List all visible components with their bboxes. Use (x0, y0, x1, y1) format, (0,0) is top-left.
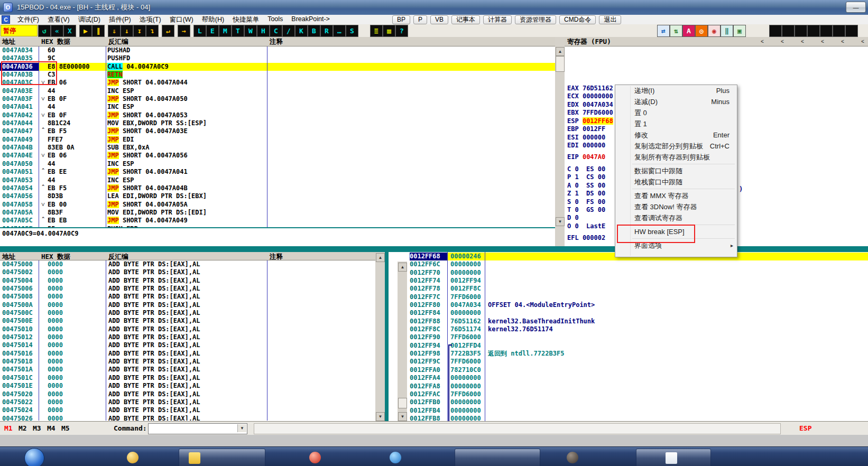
stack-row[interactable]: 0012FF7000000000 (389, 269, 868, 277)
menu-item-文件(F)[interactable]: 文件(F) (13, 15, 43, 24)
view-tab-M4[interactable]: M4 (47, 424, 56, 432)
menu-item-窗口(W)[interactable]: 窗口(W) (165, 15, 198, 24)
collapse-chevron-icon[interactable]: < (796, 38, 809, 45)
toolbar-button-‖[interactable]: ‖ (721, 25, 733, 37)
flag-row[interactable]: C 0 ES 00 (567, 165, 605, 173)
minimize-button[interactable]: — (846, 2, 866, 13)
menu-item-快捷菜单[interactable]: 快捷菜单 (228, 15, 263, 24)
scroll-down-icon[interactable]: ▼ (556, 217, 565, 226)
stack-row[interactable]: 0012FFA0782710C0 (389, 366, 868, 374)
disasm-row[interactable]: 0047A03BC3RETN (0, 71, 555, 79)
stack-row[interactable]: 0012FF780012FF8C (389, 285, 868, 293)
taskbar-icon-gold[interactable] (127, 452, 138, 463)
view-tab-M5[interactable]: M5 (61, 424, 70, 432)
dump-row[interactable]: 004750080000ADD BYTE PTR DS:[EAX],AL (0, 293, 375, 301)
scroll-down-icon[interactable]: ▼ (376, 412, 385, 421)
toolbar-button-◉[interactable]: ◉ (708, 25, 721, 37)
toolbar-button-S[interactable]: S (346, 25, 358, 37)
view-tab-M3[interactable]: M3 (33, 424, 41, 432)
disasm-row[interactable]: 0047A05344INC ESP (0, 176, 555, 184)
stack-row[interactable]: 0012FF800047A034OFFSET 04.<ModuleEntryPo… (389, 301, 868, 309)
dump-row[interactable]: 004750180000ADD BYTE PTR DS:[EAX],AL (0, 358, 375, 366)
toolbar-button-B[interactable]: B (308, 25, 320, 37)
toolbar-button-C[interactable]: C (270, 25, 282, 37)
toolbar-button-⇓[interactable]: ⇓ (108, 25, 121, 37)
plugin-button-计算器[interactable]: 计算器 (483, 15, 512, 24)
collapse-chevron-icon[interactable]: < (816, 38, 829, 45)
stack-row[interactable]: 0012FF987722B3F5返回到 ntdll.7722B3F5 (389, 350, 868, 358)
disasm-row[interactable]: 0047A047ˆEB F5JMP SHORT 04.0047A03E (0, 127, 555, 135)
toolbar-button-↺[interactable]: ↺ (38, 25, 51, 37)
dump-scrollbar[interactable]: ▲ ▼ (375, 252, 385, 421)
dump-row[interactable]: 004750220000ADD BYTE PTR DS:[EAX],AL (0, 398, 375, 406)
disassembly-scrollbar[interactable]: ▲ ▼ (555, 37, 565, 246)
menu-item-插件(P)[interactable]: 插件(P) (105, 15, 135, 24)
disasm-row[interactable]: 0047A04E˅EB 06JMP SHORT 04.0047A056 (0, 152, 555, 160)
toolbar-button-A[interactable]: A (682, 25, 695, 37)
dump-row[interactable]: 004750100000ADD BYTE PTR DS:[EAX],AL (0, 325, 375, 333)
register-row-EBP[interactable]: EBP 0012FF (567, 125, 605, 133)
context-menu-item-置 0[interactable]: 置 0 (615, 107, 737, 118)
toolbar-button-blank[interactable] (782, 25, 795, 37)
toolbar-button-blank[interactable] (845, 25, 858, 37)
disasm-row[interactable]: 0047A051ˆEB EEJMP SHORT 04.0047A041 (0, 168, 555, 176)
start-button[interactable] (24, 448, 44, 466)
menu-item-调试(D)[interactable]: 调试(D) (74, 15, 105, 24)
stack-row[interactable]: 0012FFB000000000 (389, 398, 868, 406)
stack-row[interactable]: 0012FFA400000000 (389, 374, 868, 382)
dump-row[interactable]: 004750120000ADD BYTE PTR DS:[EAX],AL (0, 333, 375, 341)
view-tab-M1[interactable]: M1 (4, 424, 13, 432)
plugin-button-退出[interactable]: 退出 (599, 15, 621, 24)
stack-row[interactable]: 0012FFB800000000 (389, 415, 868, 421)
toolbar-button-?[interactable]: ? (395, 25, 408, 37)
dump-row[interactable]: 004750240000ADD BYTE PTR DS:[EAX],AL (0, 406, 375, 414)
chevron-down-icon[interactable]: ▼ (237, 424, 246, 432)
plugin-button-资源管理器[interactable]: 资源管理器 (515, 15, 556, 24)
menu-item-Tools[interactable]: Tools (263, 15, 287, 24)
dump-row[interactable]: 004750160000ADD BYTE PTR DS:[EAX],AL (0, 350, 375, 358)
flag-row[interactable]: A 0 SS 00 (567, 182, 605, 189)
register-row-ESI[interactable]: ESI 000000 (567, 134, 605, 141)
menu-item-选项(T)[interactable]: 选项(T) (135, 15, 165, 24)
register-row-EIP[interactable]: EIP 0047A0 (567, 153, 605, 161)
dump-row[interactable]: 0047501A0000ADD BYTE PTR DS:[EAX],AL (0, 366, 375, 374)
scroll-up-icon[interactable]: ▲ (556, 47, 565, 56)
stack-row[interactable]: 0012FFAC7FFD6000 (389, 390, 868, 398)
register-row-EDI[interactable]: EDI 000000 (567, 142, 605, 149)
dump-row[interactable]: 0047501E0000ADD BYTE PTR DS:[EAX],AL (0, 382, 375, 390)
disasm-row[interactable]: 0047A03F˅EB 0FJMP SHORT 04.0047A050 (0, 95, 555, 103)
scroll-thumb[interactable] (556, 56, 565, 72)
toolbar-button-⇅[interactable]: ⇅ (670, 25, 682, 37)
command-input[interactable]: ▼ (148, 423, 247, 434)
menu-item-BreakPoint->[interactable]: BreakPoint-> (287, 15, 334, 24)
dump-row[interactable]: 0047500C0000ADD BYTE PTR DS:[EAX],AL (0, 309, 375, 317)
context-menu-item-查看 3DNow! 寄存器[interactable]: 查看 3DNow! 寄存器 (615, 201, 737, 212)
menu-item-查看(V)[interactable]: 查看(V) (43, 15, 74, 24)
disasm-row[interactable]: 0047A058˅EB 00JMP SHORT 04.0047A05A (0, 201, 555, 209)
toolbar-button-«[interactable]: « (51, 25, 63, 37)
context-menu-item-递增(I)[interactable]: 递增(I)Plus (615, 85, 737, 96)
disasm-row[interactable]: 0047A0448B1C24MOV EBX,DWORD PTR SS:[ESP] (0, 119, 555, 127)
disasm-row[interactable]: 0047A054ˆEB F5JMP SHORT 04.0047A04B (0, 184, 555, 192)
disasm-row[interactable]: 0047A05044INC ESP (0, 160, 555, 168)
register-row-EBX[interactable]: EBX 7FFD6000 (567, 109, 613, 116)
collapse-chevron-icon[interactable]: < (836, 38, 849, 45)
toolbar-button-W[interactable]: W (244, 25, 257, 37)
dump-row[interactable]: 0047501C0000ADD BYTE PTR DS:[EAX],AL (0, 374, 375, 382)
dump-row[interactable]: 004750200000ADD BYTE PTR DS:[EAX],AL (0, 390, 375, 398)
toolbar-button-X[interactable]: X (63, 25, 76, 37)
context-menu-item-堆栈窗口中跟随[interactable]: 堆栈窗口中跟随 (615, 176, 737, 188)
scroll-thumb[interactable] (398, 398, 407, 408)
disasm-row[interactable]: 0047A04B83EB 0ASUB EBX,0xA (0, 144, 555, 152)
stack-row[interactable]: 0012FF7C7FFD6000 (389, 293, 868, 301)
disasm-row[interactable]: 0047A0359CPUSHFD (0, 54, 555, 62)
toolbar-button-⇄[interactable]: ⇄ (657, 25, 670, 37)
menu-item-帮助(H)[interactable]: 帮助(H) (198, 15, 228, 24)
plugin-button-VB[interactable]: VB (430, 15, 448, 24)
scroll-up-icon[interactable]: ▲ (376, 253, 385, 262)
toolbar-button-E[interactable]: E (206, 25, 219, 37)
dump-row[interactable]: 004750060000ADD BYTE PTR DS:[EAX],AL (0, 285, 375, 293)
context-menu-item-复制所有寄存器到剪贴板[interactable]: 复制所有寄存器到剪贴板 (615, 152, 737, 163)
register-row-ECX[interactable]: ECX 00000000 (567, 92, 613, 100)
disasm-row[interactable]: 0047A05A8B3FMOV EDI,DWORD PTR DS:[EDI] (0, 209, 555, 217)
